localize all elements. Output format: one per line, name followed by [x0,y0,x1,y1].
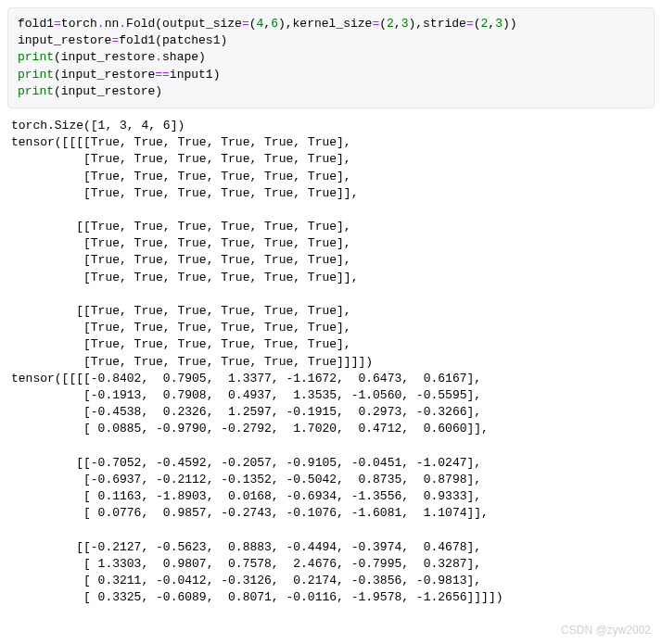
code-token: input_restore [18,33,111,47]
code-token: = [242,17,249,31]
code-cell: fold1=torch.nn.Fold(output_size=(4,6),ke… [7,7,655,108]
code-token: == [155,68,170,82]
code-token: torch [61,17,97,31]
code-token: 6 [271,17,278,31]
code-token: , [394,17,401,31]
code-token: print [18,84,54,98]
code-token: print [18,68,54,82]
code-token: )) [503,17,517,31]
code-token: , [488,17,495,31]
code-token: (input_restore [54,68,155,82]
code-token: = [54,17,61,31]
code-token: 2 [387,17,394,31]
code-token: (input_restore) [54,84,162,98]
code-token: , [263,17,271,31]
output-text: torch.Size([1, 3, 4, 6]) tensor([[[[True… [7,116,655,608]
code-token: ( [249,17,257,31]
code-token: fold1 [18,17,54,31]
code-token: (input_restore [54,50,155,64]
code-token: = [466,17,474,31]
code-token: ),kernel_size [278,17,372,31]
code-token: fold1(patches1) [119,33,227,47]
code-token: Fold(output_size [126,17,242,31]
code-token: . [155,50,162,64]
code-token: input1) [170,68,221,82]
code-token: print [18,50,54,64]
code-token: ( [474,17,481,31]
code-token: nn [105,17,120,31]
code-token: shape) [162,50,206,64]
code-token: ),stride [408,17,465,31]
code-token: 3 [495,17,503,31]
code-token: . [119,17,126,31]
code-token: ( [379,17,387,31]
code-token: . [97,17,105,31]
